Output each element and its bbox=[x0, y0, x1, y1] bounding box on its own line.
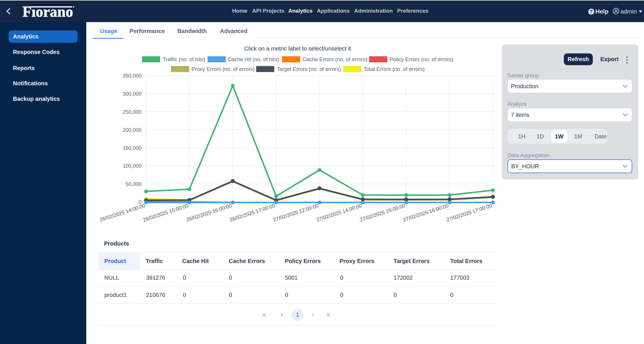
svg-text:150,000: 150,000 bbox=[123, 145, 141, 151]
svg-text:27/02/2025 14:00:00: 27/02/2025 14:00:00 bbox=[316, 203, 363, 223]
svg-text:27/02/2025 17:00:00: 27/02/2025 17:00:00 bbox=[446, 203, 492, 223]
svg-text:Proxy Errors (no. of errors): Proxy Errors (no. of errors) bbox=[191, 66, 255, 72]
svg-text:50,000: 50,000 bbox=[126, 181, 141, 187]
svg-text:200,000: 200,000 bbox=[123, 127, 141, 133]
svg-text:Cache Errors (no. of errors): Cache Errors (no. of errors) bbox=[302, 56, 367, 62]
svg-text:300,000: 300,000 bbox=[123, 91, 141, 97]
svg-text:100,000: 100,000 bbox=[123, 163, 141, 169]
svg-text:26/02/2025 14:00:00: 26/02/2025 14:00:00 bbox=[99, 203, 146, 223]
svg-text:27/02/2025 15:00:00: 27/02/2025 15:00:00 bbox=[359, 203, 406, 223]
svg-text:Policy Errors (no. of errors): Policy Errors (no. of errors) bbox=[390, 56, 453, 62]
svg-text:Total Errors (no. of errors): Total Errors (no. of errors) bbox=[364, 66, 425, 72]
svg-text:Click on a metric label to sel: Click on a metric label to select/unsele… bbox=[244, 45, 351, 52]
svg-text:27/02/2025 12:00:00: 27/02/2025 12:00:00 bbox=[272, 203, 319, 223]
svg-text:350,000: 350,000 bbox=[123, 73, 141, 79]
svg-text:Target Errors (no. of errors): Target Errors (no. of errors) bbox=[277, 66, 341, 72]
svg-text:26/02/2025 17:00:00: 26/02/2025 17:00:00 bbox=[229, 203, 276, 223]
svg-text:26/02/2025 15:00:00: 26/02/2025 15:00:00 bbox=[142, 203, 189, 223]
svg-text:27/02/2025 16:00:00: 27/02/2025 16:00:00 bbox=[402, 203, 449, 223]
svg-text:Cache Hit (no. of hits): Cache Hit (no. of hits) bbox=[228, 56, 279, 62]
svg-text:Traffic (no. of hits): Traffic (no. of hits) bbox=[163, 56, 205, 62]
svg-text:26/02/2025 16:00:00: 26/02/2025 16:00:00 bbox=[186, 203, 233, 223]
svg-text:250,000: 250,000 bbox=[123, 109, 141, 115]
